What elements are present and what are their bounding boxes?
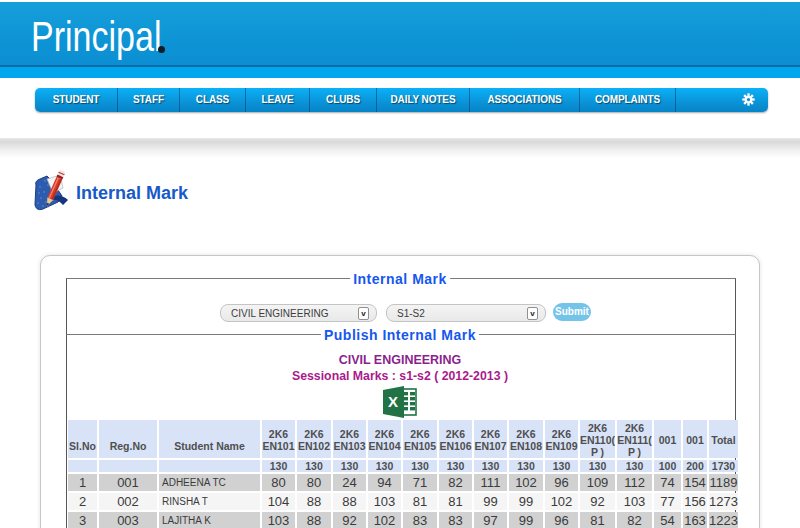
svg-text:X: X [388,393,398,410]
